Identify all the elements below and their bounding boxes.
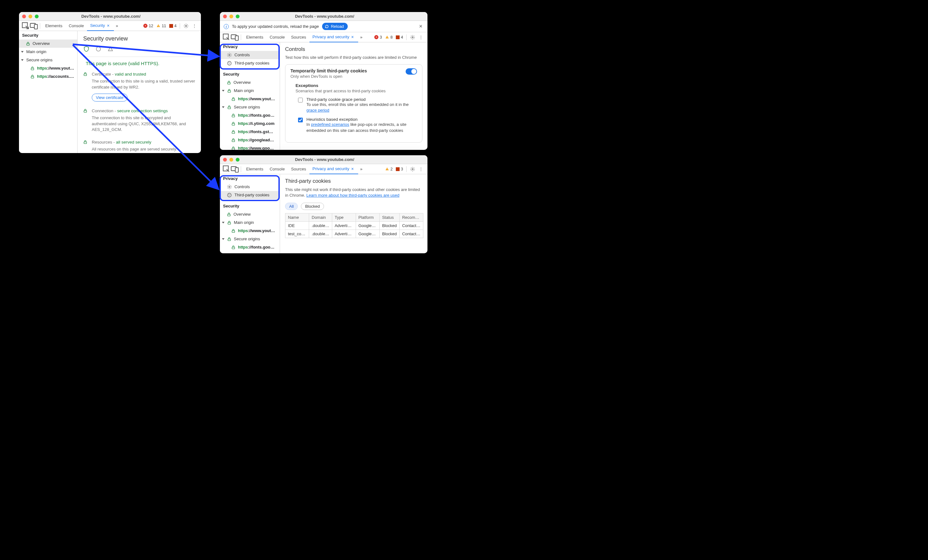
sidebar-origin[interactable]: https://fonts.gst…	[220, 128, 280, 136]
more-tabs-icon[interactable]: »	[358, 167, 364, 171]
filter-blocked[interactable]: Blocked	[301, 203, 324, 210]
gear-icon[interactable]	[182, 22, 190, 30]
sidebar-item-third-party-cookies[interactable]: Third-party cookies	[220, 59, 280, 67]
sidebar-item-secure-origins[interactable]: Secure origins	[220, 235, 280, 243]
sidebar-origin[interactable]: https://www.goo…	[220, 144, 280, 150]
limit-cookies-toggle[interactable]	[406, 68, 417, 75]
svg-rect-12	[84, 142, 86, 144]
close-icon[interactable]: ×	[418, 23, 424, 30]
sidebar-item-controls[interactable]: Controls	[220, 183, 280, 191]
sidebar-item-secure-origins[interactable]: Secure origins	[220, 103, 280, 111]
tab-console[interactable]: Console	[66, 21, 87, 31]
issue-count[interactable]: 4	[396, 35, 403, 40]
warning-count[interactable]: 11	[156, 24, 166, 28]
lock-icon	[227, 237, 231, 241]
sidebar-origin[interactable]: https://googlead…	[220, 136, 280, 144]
tab-elements[interactable]: Elements	[243, 164, 266, 174]
sidebar-origin[interactable]: https://fonts.gst…	[220, 251, 280, 253]
grace-period-checkbox[interactable]	[298, 98, 303, 102]
device-toolbar-icon[interactable]	[230, 165, 239, 173]
chevron-down-icon	[21, 51, 24, 53]
tab-console[interactable]: Console	[266, 32, 288, 43]
close-tab-icon[interactable]: ×	[351, 166, 354, 171]
tab-privacy-security[interactable]: Privacy and security ×	[310, 32, 359, 43]
sidebar-origin[interactable]: https://www.yout…	[220, 227, 280, 235]
gear-icon[interactable]	[409, 165, 417, 173]
table-row[interactable]: test_cookie.double…Advertisi…Google/D…Bl…	[285, 230, 423, 238]
view-certificate-button[interactable]: View certificate	[92, 94, 128, 102]
grace-period-link[interactable]: grace period	[307, 108, 330, 113]
table-header[interactable]: Platform	[356, 213, 379, 222]
kebab-icon[interactable]: ⋮	[417, 165, 425, 173]
close-tab-icon[interactable]: ×	[107, 23, 110, 28]
kebab-icon[interactable]: ⋮	[190, 22, 198, 30]
heuristics-checkbox[interactable]	[298, 118, 303, 122]
kebab-icon[interactable]: ⋮	[417, 33, 425, 41]
sidebar-origin[interactable]: https://fonts.goo…	[220, 243, 280, 251]
svg-rect-47	[232, 231, 235, 233]
table-cell: Google/D…	[356, 230, 379, 238]
sidebar-origin[interactable]: https://accounts.…	[19, 72, 77, 81]
more-tabs-icon[interactable]: »	[114, 23, 120, 28]
gear-icon[interactable]	[409, 33, 417, 41]
sidebar-origin[interactable]: https://i.ytimg.com	[220, 120, 280, 128]
window-title: DevTools - www.youtube.com/	[24, 14, 198, 19]
tab-elements[interactable]: Elements	[42, 21, 66, 31]
chevron-down-icon	[222, 90, 224, 92]
lock-icon	[231, 130, 235, 134]
lock-icon	[227, 221, 231, 225]
sidebar-item-third-party-cookies[interactable]: Third-party cookies	[220, 191, 280, 199]
table-header[interactable]: Type	[332, 213, 356, 222]
table-header[interactable]: Recomm…	[399, 213, 423, 222]
more-tabs-icon[interactable]: »	[358, 35, 364, 40]
lock-icon	[231, 114, 235, 118]
sidebar-item-overview[interactable]: Overview	[19, 40, 77, 48]
table-header[interactable]: Domain	[309, 213, 332, 222]
tab-console[interactable]: Console	[266, 164, 288, 174]
sidebar-origin[interactable]: https://www.yout…	[19, 64, 77, 72]
svg-rect-7	[31, 68, 34, 70]
svg-point-40	[229, 186, 230, 187]
table-header[interactable]: Name	[285, 213, 309, 222]
tab-privacy-security[interactable]: Privacy and security ×	[310, 164, 359, 174]
tab-sources[interactable]: Sources	[288, 164, 310, 174]
inspect-icon[interactable]	[223, 165, 230, 173]
lock-icon	[83, 140, 87, 152]
filter-all[interactable]: All	[285, 203, 298, 210]
predefined-scenarios-link[interactable]: predefined scenarios	[311, 122, 349, 127]
svg-rect-11	[84, 110, 86, 112]
sidebar-item-overview[interactable]: Overview	[220, 210, 280, 219]
sidebar-item-main-origin[interactable]: Main origin	[19, 48, 77, 56]
security-sidebar: Security Overview Main origin Secure ori…	[19, 31, 78, 153]
device-toolbar-icon[interactable]	[230, 33, 239, 41]
sidebar-item-secure-origins[interactable]: Secure origins	[19, 56, 77, 64]
sidebar-item-main-origin[interactable]: Main origin	[220, 87, 280, 95]
svg-rect-37	[387, 169, 387, 169]
reload-button[interactable]: Reload	[322, 23, 348, 30]
warning-count[interactable]: 8	[385, 35, 393, 40]
tab-security[interactable]: Security ×	[87, 21, 114, 31]
table-header[interactable]: Status	[379, 213, 399, 222]
sidebar-item-main-origin[interactable]: Main origin	[220, 219, 280, 227]
sidebar-origin[interactable]: https://www.yout…	[220, 95, 280, 103]
tab-sources[interactable]: Sources	[288, 32, 310, 43]
warning-count[interactable]: 2	[385, 167, 393, 171]
inspect-icon[interactable]	[223, 33, 230, 41]
svg-rect-6	[27, 43, 29, 45]
issue-count[interactable]: 4	[169, 24, 177, 28]
issue-count[interactable]: 3	[396, 167, 403, 171]
tab-elements[interactable]: Elements	[243, 32, 266, 43]
inspect-icon[interactable]	[21, 22, 30, 30]
close-tab-icon[interactable]: ×	[351, 35, 354, 40]
sidebar-item-overview[interactable]: Overview	[220, 78, 280, 87]
learn-more-link[interactable]: Learn more about how third-party cookies…	[306, 193, 399, 198]
chevron-down-icon	[222, 222, 224, 224]
lock-icon	[26, 42, 30, 46]
table-row[interactable]: IDE.double…Advertisi…Google/D…BlockedCon…	[285, 222, 423, 230]
limit-cookies-card: Temporarily limit third-party cookies On…	[285, 64, 423, 143]
error-count[interactable]: 3	[374, 35, 382, 40]
device-toolbar-icon[interactable]	[30, 22, 38, 30]
sidebar-item-controls[interactable]: Controls	[220, 51, 280, 59]
sidebar-origin[interactable]: https://fonts.goo…	[220, 111, 280, 120]
error-count[interactable]: 12	[143, 24, 153, 28]
